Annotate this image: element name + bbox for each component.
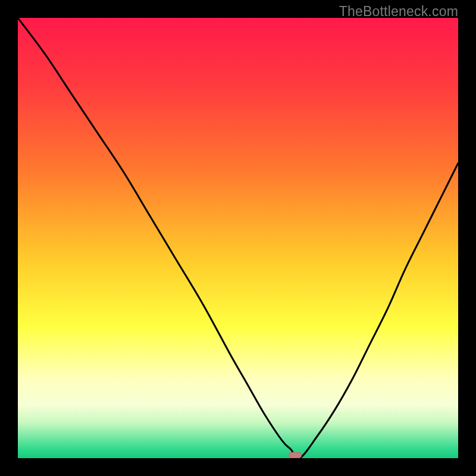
optimum-marker [289, 452, 302, 458]
plot-area [18, 18, 458, 458]
watermark-text: TheBottleneck.com [339, 4, 458, 20]
curve-layer [18, 18, 458, 458]
bottleneck-curve [18, 18, 458, 458]
chart-frame: TheBottleneck.com [0, 0, 476, 476]
